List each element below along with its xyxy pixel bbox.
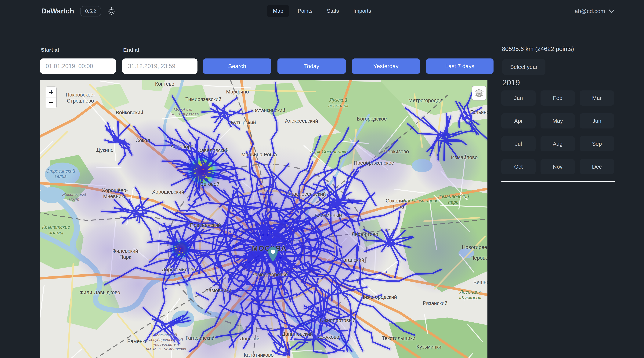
search-button[interactable]: Search bbox=[203, 58, 272, 74]
tab-map[interactable]: Map bbox=[267, 5, 289, 17]
start-at-input[interactable] bbox=[40, 58, 116, 74]
layers-control-button[interactable] bbox=[472, 86, 486, 100]
month-button-aug[interactable]: Aug bbox=[540, 136, 575, 151]
tab-imports[interactable]: Imports bbox=[348, 5, 376, 17]
select-year-button[interactable]: Select year bbox=[502, 59, 546, 75]
tab-points[interactable]: Points bbox=[292, 5, 318, 17]
today-button[interactable]: Today bbox=[278, 58, 346, 74]
zoom-control: + − bbox=[46, 86, 57, 108]
month-button-jan[interactable]: Jan bbox=[501, 90, 536, 106]
month-button-jun[interactable]: Jun bbox=[580, 113, 614, 129]
account-menu[interactable]: ab@cd.com bbox=[575, 0, 614, 22]
tab-stats[interactable]: Stats bbox=[321, 5, 345, 17]
start-at-label: Start at bbox=[41, 47, 59, 53]
app-title: DaWarIch bbox=[41, 7, 74, 15]
layers-icon bbox=[474, 88, 484, 98]
main-nav-tabs: MapPointsStatsImports bbox=[267, 5, 376, 17]
sidebar-divider bbox=[501, 181, 615, 182]
map-tiles bbox=[40, 80, 488, 358]
zoom-in-button[interactable]: + bbox=[46, 87, 56, 97]
month-button-apr[interactable]: Apr bbox=[501, 113, 536, 129]
version-badge: 0.5.2 bbox=[80, 6, 101, 16]
month-button-oct[interactable]: Oct bbox=[501, 159, 536, 174]
yesterday-button[interactable]: Yesterday bbox=[352, 58, 420, 74]
sun-icon bbox=[107, 7, 116, 15]
month-button-dec[interactable]: Dec bbox=[580, 159, 614, 174]
year-heading: 2019 bbox=[502, 78, 520, 87]
end-at-label: End at bbox=[123, 47, 140, 53]
zoom-out-button[interactable]: − bbox=[46, 97, 56, 108]
month-button-may[interactable]: May bbox=[540, 113, 575, 129]
month-grid: JanFebMarAprMayJunJulAugSepOctNovDec bbox=[501, 90, 614, 174]
theme-toggle-button[interactable] bbox=[107, 7, 116, 15]
map[interactable]: КоптевоПокровское- СтрешневоТимирязевски… bbox=[40, 80, 488, 358]
month-button-sep[interactable]: Sep bbox=[580, 136, 614, 151]
end-at-input[interactable] bbox=[122, 58, 198, 74]
month-button-jul[interactable]: Jul bbox=[501, 136, 536, 151]
month-button-nov[interactable]: Nov bbox=[540, 159, 575, 174]
month-button-mar[interactable]: Mar bbox=[580, 90, 614, 106]
last-7-days-button[interactable]: Last 7 days bbox=[426, 58, 494, 74]
month-button-feb[interactable]: Feb bbox=[540, 90, 575, 106]
brand: DaWarIch 0.5.2 bbox=[41, 0, 116, 22]
chevron-down-icon bbox=[608, 9, 614, 13]
account-email: ab@cd.com bbox=[575, 8, 605, 14]
distance-points-summary: 80595.6 km (24622 points) bbox=[502, 45, 574, 52]
